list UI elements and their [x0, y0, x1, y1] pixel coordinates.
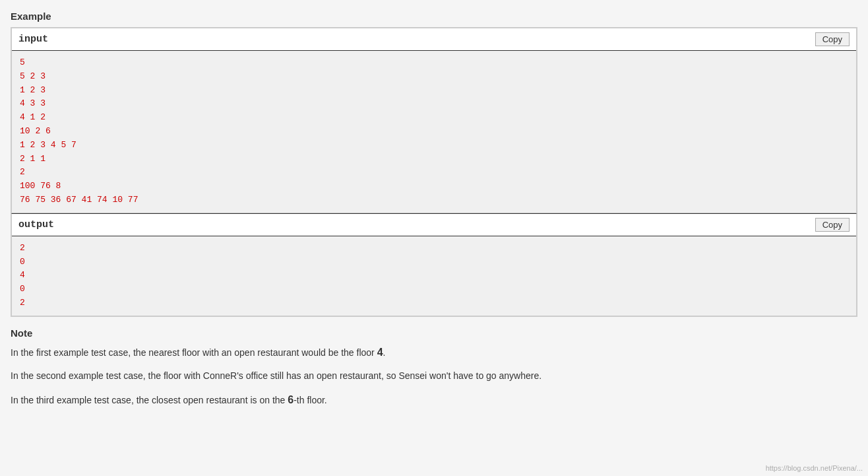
- example-section: Example input Copy 5 5 2 3 1 2 3 4 3 3 4…: [11, 11, 857, 408]
- note-paragraph-1: In the first example test case, the near…: [11, 344, 857, 361]
- input-content: 5 5 2 3 1 2 3 4 3 3 4 1 2 10 2 6 1 2 3 4…: [12, 51, 856, 213]
- input-label: input: [18, 34, 48, 45]
- note-highlight-3: 6: [288, 394, 294, 405]
- example-title: Example: [11, 11, 857, 22]
- output-content: 2 0 4 0 2: [12, 236, 856, 316]
- output-block: output Copy 2 0 4 0 2: [11, 213, 857, 316]
- input-block: input Copy 5 5 2 3 1 2 3 4 3 3 4 1 2 10 …: [11, 28, 857, 213]
- note-paragraph-2: In the second example test case, the flo…: [11, 368, 857, 383]
- note-paragraph-3: In the third example test case, the clos…: [11, 391, 857, 409]
- input-header: input Copy: [12, 28, 856, 51]
- input-copy-button[interactable]: Copy: [815, 32, 850, 46]
- output-header: output Copy: [12, 214, 856, 236]
- note-highlight-1: 4: [377, 347, 383, 358]
- note-section: Note In the first example test case, the…: [11, 327, 857, 409]
- output-label: output: [18, 219, 54, 230]
- output-copy-button[interactable]: Copy: [815, 218, 850, 232]
- note-title: Note: [11, 327, 857, 339]
